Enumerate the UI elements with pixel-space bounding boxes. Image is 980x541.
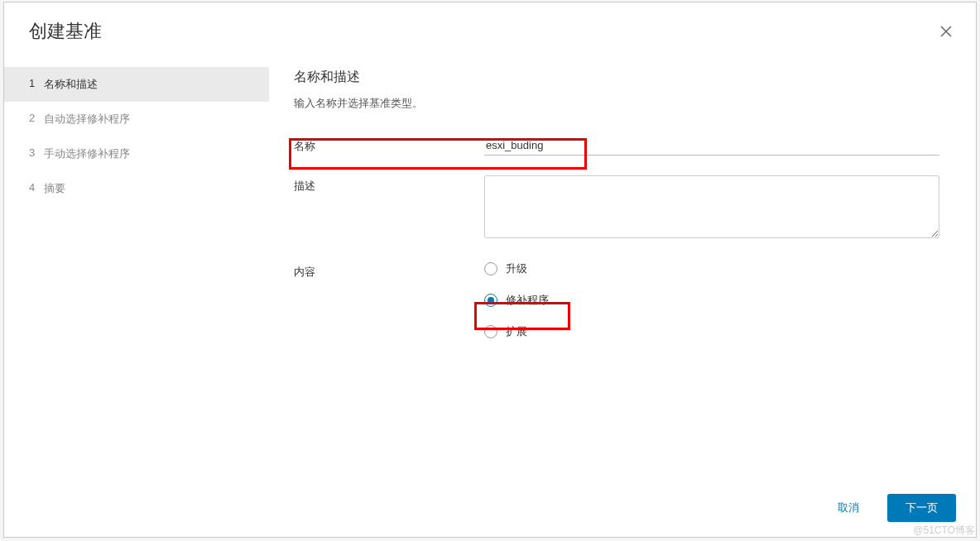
- modal-title: 创建基准: [29, 19, 102, 44]
- wizard-content: 名称和描述 输入名称并选择基准类型。 名称 描述 内容: [269, 57, 976, 484]
- desc-label: 描述: [294, 175, 484, 194]
- section-title: 名称和描述: [294, 69, 951, 86]
- modal-header: 创建基准: [4, 2, 976, 57]
- wizard-step-manual-patch[interactable]: 3 手动选择修补程序: [4, 136, 269, 171]
- step-label: 摘要: [44, 182, 65, 194]
- radio-icon: [484, 294, 497, 307]
- step-number: 3: [29, 146, 35, 159]
- wizard-step-name-desc[interactable]: 1 名称和描述: [4, 67, 269, 102]
- watermark: @51CTO博客: [913, 524, 975, 538]
- close-icon[interactable]: [936, 22, 956, 41]
- name-input[interactable]: [484, 136, 939, 156]
- form-row-desc: 描述: [294, 175, 951, 242]
- form-row-content: 内容 升级 修补程序 扩展: [294, 261, 951, 339]
- radio-icon: [484, 325, 497, 338]
- content-radio-group: 升级 修补程序 扩展: [484, 261, 951, 339]
- step-number: 1: [29, 77, 35, 89]
- next-button[interactable]: 下一页: [887, 494, 956, 522]
- name-label: 名称: [294, 136, 484, 154]
- radio-label: 升级: [506, 261, 527, 276]
- radio-label: 修补程序: [506, 293, 549, 308]
- modal-body: 1 名称和描述 2 自动选择修补程序 3 手动选择修补程序 4 摘要 名称和描述…: [4, 57, 976, 484]
- radio-upgrade[interactable]: 升级: [484, 261, 951, 276]
- modal-footer: 取消 下一页: [4, 484, 976, 537]
- step-number: 2: [29, 112, 35, 124]
- step-label: 手动选择修补程序: [44, 147, 130, 160]
- radio-label: 扩展: [506, 324, 527, 339]
- wizard-step-auto-patch[interactable]: 2 自动选择修补程序: [4, 102, 269, 136]
- wizard-steps: 1 名称和描述 2 自动选择修补程序 3 手动选择修补程序 4 摘要: [4, 57, 269, 484]
- radio-patch[interactable]: 修补程序: [484, 293, 951, 308]
- cancel-button[interactable]: 取消: [829, 494, 867, 522]
- radio-extension[interactable]: 扩展: [484, 324, 951, 339]
- create-baseline-modal: 创建基准 1 名称和描述 2 自动选择修补程序 3 手动选择修补程序 4 摘要: [3, 2, 977, 538]
- step-label: 名称和描述: [44, 78, 98, 90]
- section-desc: 输入名称并选择基准类型。: [294, 96, 951, 111]
- wizard-step-summary[interactable]: 4 摘要: [4, 171, 269, 206]
- content-label: 内容: [294, 261, 484, 280]
- radio-icon: [484, 262, 497, 275]
- form-row-name: 名称: [294, 136, 951, 156]
- desc-textarea[interactable]: [484, 175, 939, 238]
- step-label: 自动选择修补程序: [44, 113, 130, 125]
- step-number: 4: [29, 181, 35, 194]
